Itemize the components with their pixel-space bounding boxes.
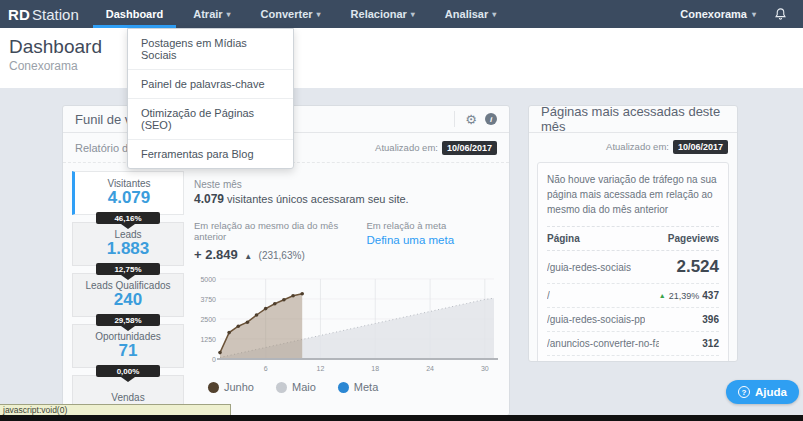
info-icon[interactable]: i [485,113,497,125]
pages-panel-header: Páginas mais acessadas deste mês [529,106,737,133]
status-bar-text: javascript:void(0) [3,405,67,415]
table-row: /guia-redes-sociais-pp 396 [547,308,719,332]
svg-text:5000: 5000 [200,276,216,283]
chevron-down-icon: ▾ [492,10,496,19]
logo-text-bold: RD [8,6,30,23]
conversion-ribbon: 12,75% [96,263,160,280]
svg-text:3750: 3750 [200,296,216,303]
account-name: Conexorama [680,8,747,20]
updated-info: Atualizado em: 10/06/2017 [606,140,728,154]
pageviews-value: 396 [702,314,719,325]
help-button-label: Ajuda [755,386,787,398]
help-button[interactable]: ? Ajuda [726,380,799,404]
comparison-label: Em relação ao mesmo dia do mês anterior [194,220,366,242]
conversion-ribbon: 46,16% [96,212,160,229]
nav-item-analisar[interactable]: Analisar ▾ [430,0,511,28]
svg-text:2500: 2500 [200,316,216,323]
legend-item-junho[interactable]: Junho [208,381,254,393]
conversion-ribbon: 0,00% [96,365,160,382]
comparison-value: + 2.849 [194,247,238,262]
page-header: Dashboard Conexorama [0,28,803,88]
pageviews-cell: 2.524 [676,257,719,277]
legend-dot-icon [276,382,287,393]
funnel-stages: Visitantes 4.079 46,16% Leads 1.883 12,7… [63,163,188,416]
pageviews-cell: 312 [702,338,719,349]
nav-item-label: Dashboard [106,8,163,20]
stage-label: Vendas [111,392,144,403]
stage-value: 1.883 [107,240,150,259]
table-row: /anuncios-converter-no-facebo.. 312 [547,332,719,356]
page-link[interactable]: /guia-redes-sociais [547,262,631,273]
menu-item-ferramentas-blog[interactable]: Ferramentas para Blog [128,140,293,168]
pageviews-value: 2.524 [676,257,719,277]
visitors-summary: Neste mês 4.079 visitantes únicos acessa… [188,163,510,416]
legend-item-maio[interactable]: Maio [276,381,316,393]
panel-header-icons: ⚙ i [454,111,497,127]
arrow-up-icon: ▲ [659,292,666,299]
stage-value: 240 [114,291,142,310]
nav-item-relacionar[interactable]: Relacionar ▾ [336,0,430,28]
chevron-down-icon: ▾ [411,10,415,19]
svg-text:12: 12 [317,365,325,372]
table-header-row: Página Pageviews [547,226,719,251]
menu-item-postagens-midias-sociais[interactable]: Postagens em Mídias Sociais [128,29,293,70]
nav-item-atrair[interactable]: Atrair ▾ [178,0,245,28]
chart-legend: JunhoMaioMeta [208,381,502,393]
top-navbar: RD Station Dashboard Atrair ▾ Converter … [0,0,803,28]
stage-value: 4.079 [108,189,151,208]
bell-icon [774,7,787,21]
svg-text:18: 18 [371,365,379,372]
question-icon: ? [738,386,750,398]
goal-comparison: Em relação à meta Defina uma meta [366,220,502,263]
nav-item-converter[interactable]: Converter ▾ [246,0,336,28]
comparison-percent: (231,63%) [259,250,305,261]
nav-item-label: Analisar [445,8,488,20]
app-root: RD Station Dashboard Atrair ▾ Converter … [0,0,803,421]
month-comparison: Em relação ao mesmo dia do mês anterior … [194,220,366,263]
comparison-row: Em relação ao mesmo dia do mês anterior … [194,220,502,263]
rdstation-logo[interactable]: RD Station [0,0,91,28]
define-goal-link[interactable]: Defina uma meta [366,234,502,246]
updated-label: Atualizado em: [606,141,669,152]
conversion-rate: 29,58% [96,314,160,326]
account-menu[interactable]: Conexorama ▾ [680,8,756,20]
svg-text:24: 24 [426,365,434,372]
conversion-ribbon: 29,58% [96,314,160,331]
gear-icon[interactable]: ⚙ [465,113,477,126]
conversion-rate: 46,16% [96,212,160,224]
chevron-down-icon: ▾ [227,10,231,19]
svg-text:30: 30 [481,365,489,372]
menu-item-otimizacao-paginas-seo[interactable]: Otimização de Páginas (SEO) [128,99,293,140]
page-link[interactable]: /anuncios-converter-no-facebo.. [547,338,659,349]
stage-value: 71 [119,342,138,361]
table-row: /plano-de-marketing-digital-o-... ▲ 28,2… [547,356,719,362]
table-row: / ▲ 21,39% 437 [547,284,719,308]
ribbon-notch [121,275,135,280]
nav-item-dashboard[interactable]: Dashboard [91,0,178,28]
legend-item-meta[interactable]: Meta [338,381,378,393]
pages-content-box: Não houve variação de tráfego na sua pág… [537,162,729,362]
nav-menu: Dashboard Atrair ▾ Converter ▾ Relaciona… [91,0,512,28]
conversion-rate: 0,00% [96,365,160,377]
nav-item-label: Converter [261,8,313,20]
summary-text: 4.079 visitantes únicos acessaram seu si… [194,192,502,206]
funnel-body: Visitantes 4.079 46,16% Leads 1.883 12,7… [63,163,509,416]
funnel-stage-visitantes[interactable]: Visitantes 4.079 [72,171,184,215]
pageviews-value: 437 [702,290,719,301]
menu-item-painel-palavras-chave[interactable]: Painel de palavras-chave [128,70,293,99]
bottom-edge-strip [0,415,803,421]
legend-label: Meta [354,381,378,393]
legend-label: Maio [292,381,316,393]
page-link[interactable]: /guia-redes-sociais-pp [547,314,645,325]
svg-text:1250: 1250 [200,336,216,343]
arrow-up-icon: ▲ [244,252,252,261]
visitors-area-chart: 01250250037505000612182430 [194,271,502,375]
report-label: Relatório de [75,142,134,154]
notifications-button[interactable] [774,7,787,21]
legend-dot-icon [338,382,349,393]
traffic-notice: Não houve variação de tráfego na sua pág… [547,172,719,217]
pageviews-table: Página Pageviews /guia-redes-sociais 2.5… [547,226,719,362]
updated-info: Atualizado em: 10/06/2017 [375,141,497,155]
table-row: /guia-redes-sociais 2.524 [547,251,719,284]
page-link[interactable]: / [547,290,550,301]
